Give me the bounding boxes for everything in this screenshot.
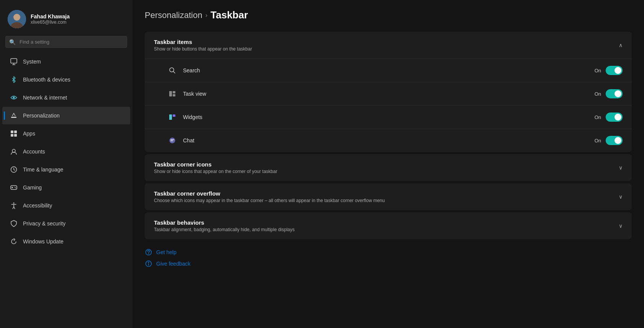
- taskbar-items-subtitle: Show or hide buttons that appear on the …: [154, 46, 252, 52]
- svg-rect-25: [169, 114, 172, 120]
- sidebar-item-label-accessibility: Accessibility: [23, 202, 52, 209]
- chat-setting-left: Chat: [168, 136, 195, 145]
- bluetooth-icon: [10, 76, 18, 83]
- sidebar-item-label-apps: Apps: [23, 131, 35, 137]
- sidebar-item-label-bluetooth: Bluetooth & devices: [23, 77, 70, 83]
- time-icon: [10, 166, 18, 173]
- taskbar-items-section: Taskbar items Show or hide buttons that …: [145, 32, 632, 152]
- svg-point-6: [13, 97, 15, 99]
- sidebar-item-label-personalization: Personalization: [23, 113, 60, 119]
- svg-rect-24: [173, 94, 175, 96]
- svg-rect-3: [11, 59, 17, 63]
- widgets-setting-left: Widgets: [168, 113, 203, 122]
- svg-point-17: [15, 187, 15, 188]
- breadcrumb[interactable]: Personalization: [145, 10, 202, 20]
- chat-setting-row: Chat On: [145, 129, 632, 152]
- taskbar-behaviors-header[interactable]: Taskbar behaviors Taskbar alignment, bad…: [145, 212, 632, 239]
- widgets-setting-right: On: [595, 113, 623, 122]
- corner-icons-expand-icon: ∨: [619, 165, 623, 171]
- svg-line-21: [173, 72, 175, 73]
- sidebar-item-update[interactable]: Windows Update: [2, 233, 130, 250]
- svg-point-12: [12, 149, 15, 152]
- get-help-link[interactable]: Get help: [145, 248, 632, 256]
- sidebar-item-apps[interactable]: Apps: [2, 125, 130, 142]
- search-input[interactable]: [5, 36, 127, 48]
- give-feedback-link[interactable]: Give feedback: [145, 260, 632, 268]
- svg-rect-23: [173, 91, 175, 93]
- system-icon: [10, 58, 18, 65]
- svg-rect-7: [11, 117, 16, 118]
- sidebar-item-gaming[interactable]: Gaming: [2, 179, 130, 196]
- accounts-icon: [10, 148, 18, 155]
- sidebar-item-label-privacy: Privacy & security: [23, 220, 65, 227]
- chat-setting-label: Chat: [183, 137, 195, 144]
- apps-icon: [10, 130, 18, 137]
- main-content: Personalization › Taskbar Taskbar items …: [132, 0, 644, 328]
- search-toggle[interactable]: [606, 66, 623, 75]
- update-icon: [10, 238, 18, 245]
- accessibility-icon: [10, 202, 18, 209]
- svg-rect-8: [11, 131, 13, 133]
- chat-setting-icon: [168, 136, 177, 145]
- search-container: 🔍: [5, 36, 127, 48]
- behaviors-expand-icon: ∨: [619, 223, 623, 229]
- widgets-status: On: [595, 114, 601, 120]
- search-setting-label: Search: [183, 67, 200, 73]
- widgets-setting-label: Widgets: [183, 114, 203, 120]
- sidebar-item-time[interactable]: Time & language: [2, 161, 130, 178]
- taskview-setting-icon: [168, 89, 177, 98]
- widgets-toggle[interactable]: [606, 113, 623, 122]
- sidebar-nav: System Bluetooth & devices Network & int…: [0, 52, 132, 328]
- taskbar-behaviors-subtitle: Taskbar alignment, badging, automaticall…: [154, 227, 295, 232]
- sidebar-item-privacy[interactable]: Privacy & security: [2, 215, 130, 232]
- taskbar-corner-icons-header[interactable]: Taskbar corner icons Show or hide icons …: [145, 154, 632, 181]
- sidebar-item-label-accounts: Accounts: [23, 148, 45, 155]
- taskview-status: On: [595, 91, 601, 97]
- collapse-icon: ∧: [619, 42, 623, 48]
- taskbar-corner-overflow-subtitle: Choose which icons may appear in the tas…: [154, 198, 385, 203]
- widgets-setting-icon: [168, 113, 177, 122]
- network-icon: [10, 94, 18, 101]
- page-title: Taskbar: [211, 9, 248, 21]
- sidebar-item-label-time: Time & language: [23, 166, 63, 173]
- username: Fahad Khawaja: [31, 13, 70, 20]
- sidebar-item-system[interactable]: System: [2, 53, 130, 70]
- user-info: Fahad Khawaja xlive65@live.com: [31, 13, 70, 25]
- svg-point-29: [148, 253, 149, 254]
- taskbar-corner-icons-section: Taskbar corner icons Show or hide icons …: [145, 154, 632, 181]
- taskbar-corner-icons-info: Taskbar corner icons Show or hide icons …: [154, 161, 277, 174]
- search-status: On: [595, 68, 601, 73]
- sidebar-item-bluetooth[interactable]: Bluetooth & devices: [2, 71, 130, 88]
- svg-rect-11: [14, 134, 17, 137]
- avatar: [8, 10, 26, 28]
- taskbar-items-header[interactable]: Taskbar items Show or hide buttons that …: [145, 32, 632, 59]
- taskbar-items-title: Taskbar items: [154, 39, 252, 45]
- personalization-icon: [10, 112, 18, 119]
- sidebar-item-label-gaming: Gaming: [23, 184, 42, 191]
- search-setting-icon: [168, 66, 177, 75]
- taskbar-behaviors-title: Taskbar behaviors: [154, 219, 295, 226]
- taskview-toggle[interactable]: [606, 89, 623, 98]
- chat-toggle[interactable]: [606, 136, 623, 145]
- svg-point-31: [148, 262, 149, 263]
- taskbar-corner-overflow-header[interactable]: Taskbar corner overflow Choose which ico…: [145, 183, 632, 210]
- svg-rect-9: [14, 131, 17, 133]
- sidebar-item-label-network: Network & internet: [23, 95, 67, 101]
- sidebar-item-accessibility[interactable]: Accessibility: [2, 197, 130, 214]
- sidebar-item-label-system: System: [23, 59, 41, 65]
- taskbar-corner-overflow-section: Taskbar corner overflow Choose which ico…: [145, 183, 632, 210]
- svg-point-19: [13, 202, 15, 204]
- sidebar-item-label-update: Windows Update: [23, 238, 64, 245]
- svg-point-1: [13, 14, 20, 21]
- chat-status: On: [595, 138, 601, 144]
- taskview-setting-row: Task view On: [145, 82, 632, 105]
- get-help-label: Get help: [156, 249, 177, 255]
- sidebar-item-accounts[interactable]: Accounts: [2, 143, 130, 160]
- sidebar-item-network[interactable]: Network & internet: [2, 89, 130, 106]
- svg-point-18: [15, 188, 16, 188]
- taskbar-corner-icons-title: Taskbar corner icons: [154, 161, 277, 168]
- taskview-setting-right: On: [595, 89, 623, 98]
- search-setting-right: On: [595, 66, 623, 75]
- sidebar: Fahad Khawaja xlive65@live.com 🔍 System: [0, 0, 132, 328]
- sidebar-item-personalization[interactable]: Personalization: [2, 107, 130, 124]
